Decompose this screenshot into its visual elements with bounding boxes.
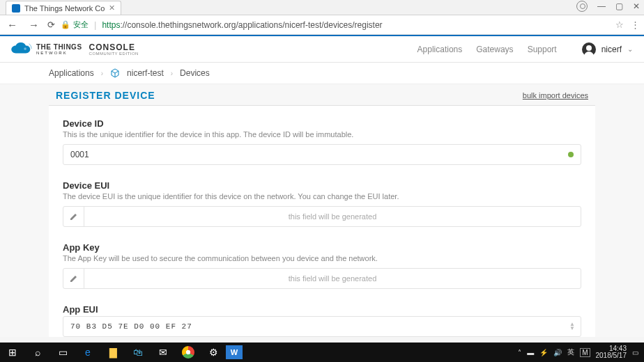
- label-app-eui: App EUI: [63, 304, 581, 315]
- username: nicerf: [601, 45, 622, 54]
- tab-title: The Things Network Co: [24, 4, 105, 13]
- nav-gateways[interactable]: Gateways: [476, 45, 513, 54]
- form-panel: Device ID This is the unique identifier …: [49, 106, 595, 337]
- forward-button[interactable]: →: [26, 19, 42, 31]
- input-row-app-eui[interactable]: 70 B3 D5 7E D0 00 EF 27 ▲▼: [63, 316, 581, 337]
- app-icon: [110, 68, 120, 78]
- start-button[interactable]: ⊞: [0, 343, 25, 362]
- nav-support[interactable]: Support: [528, 45, 557, 54]
- logo-cloud-icon[interactable]: [7, 42, 32, 57]
- tray-chevron-icon[interactable]: ˄: [518, 349, 521, 356]
- field-device-eui: Device EUI The device EUI is the unique …: [63, 180, 581, 227]
- battery-icon[interactable]: ▬: [527, 349, 534, 356]
- mail-icon[interactable]: ✉: [151, 343, 176, 362]
- logo-text: THE THINGS NETWORK: [36, 44, 82, 55]
- chrome-icon[interactable]: [176, 343, 201, 362]
- label-device-id: Device ID: [63, 118, 581, 129]
- chevron-right-icon: ›: [101, 70, 103, 77]
- chevron-down-icon: ⌄: [627, 45, 633, 53]
- input-row-device-eui: this field will be generated: [63, 206, 581, 227]
- wifi-icon[interactable]: ⚡: [539, 349, 548, 356]
- clock[interactable]: 14:43 2018/5/17: [596, 345, 627, 359]
- bookmark-icon[interactable]: ☆: [615, 19, 624, 30]
- profile-icon[interactable]: [576, 1, 588, 12]
- input-row-device-id: [63, 144, 581, 165]
- valid-icon: [568, 152, 574, 157]
- crumb-devices[interactable]: Devices: [180, 68, 210, 78]
- nav-applications[interactable]: Applications: [417, 45, 463, 54]
- favicon-icon: [12, 4, 20, 13]
- chevron-right-icon: ›: [171, 70, 173, 77]
- ime-indicator[interactable]: 英: [567, 347, 574, 357]
- ime-mode-icon[interactable]: M: [580, 348, 590, 357]
- page-title-row: REGISTER DEVICE bulk import devices: [49, 84, 595, 106]
- window-controls: — ▢ ✕: [576, 1, 640, 12]
- breadcrumb: Applications › nicerf-test › Devices: [0, 63, 644, 84]
- user-menu[interactable]: nicerf ⌄: [582, 42, 633, 56]
- taskview-icon[interactable]: ▭: [50, 343, 75, 362]
- browser-tab-strip: The Things Network Co ✕: [0, 0, 644, 15]
- help-device-eui: The device EUI is the unique identifier …: [63, 192, 581, 200]
- help-app-key: The App Key will be used to secure the c…: [63, 254, 581, 262]
- windows-taskbar: ⊞ ⌕ ▭ e ▇ 🛍 ✉ ⚙ W ˄ ▬ ⚡ 🔊 英 M 14:43 2018…: [0, 343, 644, 362]
- minimize-button[interactable]: —: [597, 1, 606, 11]
- app-eui-value: 70 B3 D5 7E D0 00 EF 27: [63, 317, 564, 336]
- back-button[interactable]: ←: [4, 19, 20, 31]
- volume-icon[interactable]: 🔊: [553, 349, 562, 356]
- close-window-button[interactable]: ✕: [633, 1, 640, 11]
- label-app-key: App Key: [63, 242, 581, 253]
- app-key-placeholder[interactable]: this field will be generated: [84, 269, 581, 288]
- address-bar[interactable]: https://console.thethingsnetwork.org/app…: [102, 20, 382, 30]
- select-chevron-icon[interactable]: ▲▼: [564, 317, 581, 336]
- word-icon[interactable]: W: [226, 345, 243, 359]
- notifications-icon[interactable]: ▭: [632, 349, 638, 356]
- label-device-eui: Device EUI: [63, 180, 581, 191]
- field-app-key: App Key The App Key will be used to secu…: [63, 242, 581, 289]
- bulk-import-link[interactable]: bulk import devices: [523, 91, 588, 100]
- help-device-id: This is the unique identifier for the de…: [63, 130, 581, 139]
- settings-icon[interactable]: ⚙: [201, 343, 226, 362]
- tab-close-icon[interactable]: ✕: [109, 3, 115, 13]
- device-id-input[interactable]: [63, 145, 568, 164]
- browser-toolbar: ← → ⟳ 🔒 安全 | https://console.thethingsne…: [0, 15, 644, 35]
- crumb-applications[interactable]: Applications: [49, 68, 94, 78]
- site-header: THE THINGS NETWORK CONSOLE COMMUNITY EDI…: [0, 36, 644, 63]
- maximize-button[interactable]: ▢: [615, 1, 623, 11]
- console-text: CONSOLE COMMUNITY EDITION: [89, 43, 139, 56]
- crumb-app-name[interactable]: nicerf-test: [127, 68, 164, 78]
- explorer-icon[interactable]: ▇: [100, 343, 125, 362]
- search-icon[interactable]: ⌕: [25, 343, 50, 362]
- edge-icon[interactable]: e: [75, 343, 100, 362]
- avatar-icon: [582, 42, 596, 56]
- browser-tab[interactable]: The Things Network Co ✕: [6, 1, 121, 15]
- content: REGISTER DEVICE bulk import devices Devi…: [0, 84, 644, 337]
- input-row-app-key: this field will be generated: [63, 268, 581, 289]
- page-title: REGISTER DEVICE: [56, 90, 155, 101]
- device-eui-placeholder[interactable]: this field will be generated: [84, 207, 581, 226]
- store-icon[interactable]: 🛍: [125, 343, 151, 362]
- edit-icon[interactable]: [63, 269, 84, 288]
- edit-icon[interactable]: [63, 207, 84, 226]
- security-badge[interactable]: 🔒 安全: [61, 19, 89, 30]
- field-app-eui: App EUI 70 B3 D5 7E D0 00 EF 27 ▲▼: [63, 304, 581, 337]
- reload-button[interactable]: ⟳: [47, 19, 55, 30]
- browser-menu-icon[interactable]: ⋮: [631, 19, 640, 30]
- lock-icon: 🔒: [61, 20, 70, 29]
- field-device-id: Device ID This is the unique identifier …: [63, 118, 581, 165]
